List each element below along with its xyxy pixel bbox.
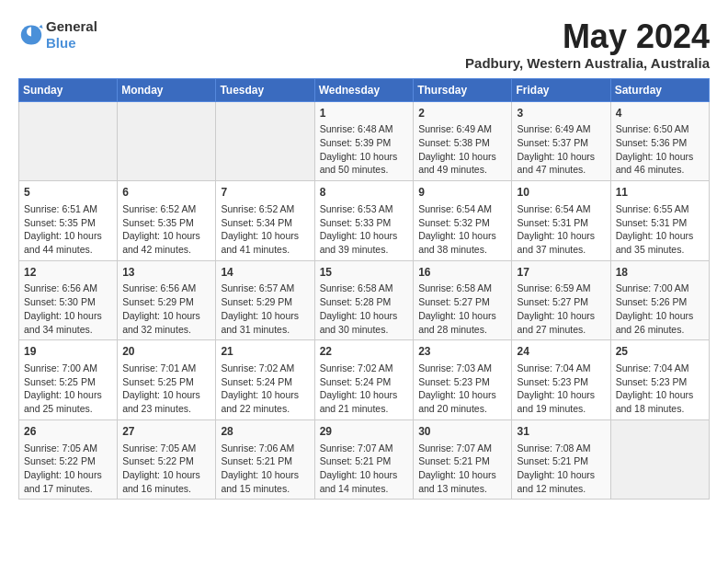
day-number: 31: [517, 424, 605, 440]
logo: General Blue: [18, 18, 97, 52]
calendar-cell: 1Sunrise: 6:48 AM Sunset: 5:39 PM Daylig…: [314, 101, 414, 181]
calendar-cell: 24Sunrise: 7:04 AM Sunset: 5:23 PM Dayli…: [512, 340, 610, 420]
calendar-cell: 23Sunrise: 7:03 AM Sunset: 5:23 PM Dayli…: [414, 340, 512, 420]
day-number: 14: [221, 265, 309, 281]
day-info: Sunrise: 6:58 AM Sunset: 5:28 PM Dayligh…: [320, 282, 409, 336]
day-info: Sunrise: 6:57 AM Sunset: 5:29 PM Dayligh…: [221, 282, 309, 336]
day-info: Sunrise: 6:49 AM Sunset: 5:37 PM Dayligh…: [517, 122, 605, 177]
calendar-cell: [118, 101, 216, 181]
day-info: Sunrise: 6:49 AM Sunset: 5:38 PM Dayligh…: [418, 122, 506, 177]
day-info: Sunrise: 6:48 AM Sunset: 5:39 PM Dayligh…: [320, 122, 409, 177]
location-title: Padbury, Western Australia, Australia: [465, 55, 710, 71]
day-number: 5: [24, 185, 112, 201]
day-info: Sunrise: 6:59 AM Sunset: 5:27 PM Dayligh…: [517, 282, 605, 336]
logo-icon: [18, 22, 44, 48]
day-number: 29: [320, 424, 409, 440]
calendar-table: SundayMondayTuesdayWednesdayThursdayFrid…: [18, 78, 710, 500]
day-number: 4: [616, 106, 704, 121]
calendar-cell: 30Sunrise: 7:07 AM Sunset: 5:21 PM Dayli…: [414, 419, 512, 500]
calendar-week-row: 12Sunrise: 6:56 AM Sunset: 5:30 PM Dayli…: [19, 260, 710, 340]
day-number: 18: [616, 265, 704, 281]
day-info: Sunrise: 7:02 AM Sunset: 5:24 PM Dayligh…: [320, 362, 409, 416]
day-number: 15: [320, 265, 409, 281]
day-number: 2: [418, 106, 506, 121]
day-info: Sunrise: 6:50 AM Sunset: 5:36 PM Dayligh…: [616, 122, 704, 177]
calendar-cell: 18Sunrise: 7:00 AM Sunset: 5:26 PM Dayli…: [610, 260, 709, 340]
calendar-cell: 28Sunrise: 7:06 AM Sunset: 5:21 PM Dayli…: [216, 419, 314, 500]
calendar-header-row: SundayMondayTuesdayWednesdayThursdayFrid…: [19, 78, 710, 101]
calendar-cell: 16Sunrise: 6:58 AM Sunset: 5:27 PM Dayli…: [414, 260, 512, 340]
day-number: 27: [122, 424, 210, 440]
calendar-cell: [216, 101, 314, 181]
month-year-title: May 2024: [465, 18, 710, 55]
column-header-thursday: Thursday: [414, 78, 512, 101]
calendar-cell: 20Sunrise: 7:01 AM Sunset: 5:25 PM Dayli…: [118, 340, 216, 420]
day-number: 25: [616, 344, 704, 360]
calendar-cell: 6Sunrise: 6:52 AM Sunset: 5:35 PM Daylig…: [118, 181, 216, 261]
column-header-monday: Monday: [118, 78, 216, 101]
calendar-cell: 11Sunrise: 6:55 AM Sunset: 5:31 PM Dayli…: [610, 181, 709, 261]
calendar-cell: 12Sunrise: 6:56 AM Sunset: 5:30 PM Dayli…: [19, 260, 118, 340]
day-info: Sunrise: 6:56 AM Sunset: 5:30 PM Dayligh…: [24, 282, 112, 336]
day-info: Sunrise: 7:06 AM Sunset: 5:21 PM Dayligh…: [221, 442, 309, 496]
day-info: Sunrise: 7:05 AM Sunset: 5:22 PM Dayligh…: [122, 442, 210, 496]
day-info: Sunrise: 6:54 AM Sunset: 5:31 PM Dayligh…: [517, 202, 605, 257]
day-number: 10: [517, 185, 605, 201]
day-number: 8: [320, 185, 409, 201]
calendar-cell: 9Sunrise: 6:54 AM Sunset: 5:32 PM Daylig…: [414, 181, 512, 261]
calendar-cell: 10Sunrise: 6:54 AM Sunset: 5:31 PM Dayli…: [512, 181, 610, 261]
day-number: 1: [320, 106, 409, 121]
day-info: Sunrise: 7:03 AM Sunset: 5:23 PM Dayligh…: [418, 362, 506, 416]
day-info: Sunrise: 6:54 AM Sunset: 5:32 PM Dayligh…: [418, 202, 506, 257]
calendar-cell: 21Sunrise: 7:02 AM Sunset: 5:24 PM Dayli…: [216, 340, 314, 420]
column-header-saturday: Saturday: [610, 78, 709, 101]
day-number: 24: [517, 344, 605, 360]
day-number: 30: [418, 424, 506, 440]
day-number: 13: [122, 265, 210, 281]
day-number: 16: [418, 265, 506, 281]
day-info: Sunrise: 6:56 AM Sunset: 5:29 PM Dayligh…: [122, 282, 210, 336]
calendar-week-row: 5Sunrise: 6:51 AM Sunset: 5:35 PM Daylig…: [19, 181, 710, 261]
day-number: 23: [418, 344, 506, 360]
column-header-friday: Friday: [512, 78, 610, 101]
day-info: Sunrise: 7:00 AM Sunset: 5:25 PM Dayligh…: [24, 362, 112, 416]
calendar-cell: 13Sunrise: 6:56 AM Sunset: 5:29 PM Dayli…: [118, 260, 216, 340]
calendar-cell: 14Sunrise: 6:57 AM Sunset: 5:29 PM Dayli…: [216, 260, 314, 340]
day-info: Sunrise: 6:51 AM Sunset: 5:35 PM Dayligh…: [24, 202, 112, 257]
calendar-cell: 2Sunrise: 6:49 AM Sunset: 5:38 PM Daylig…: [414, 101, 512, 181]
day-info: Sunrise: 7:07 AM Sunset: 5:21 PM Dayligh…: [418, 442, 506, 496]
calendar-cell: 3Sunrise: 6:49 AM Sunset: 5:37 PM Daylig…: [512, 101, 610, 181]
calendar-cell: [610, 419, 709, 500]
day-number: 3: [517, 106, 605, 121]
title-block: May 2024 Padbury, Western Australia, Aus…: [465, 18, 710, 71]
day-number: 20: [122, 344, 210, 360]
calendar-cell: 25Sunrise: 7:04 AM Sunset: 5:23 PM Dayli…: [610, 340, 709, 420]
day-info: Sunrise: 7:08 AM Sunset: 5:21 PM Dayligh…: [517, 442, 605, 496]
calendar-cell: 29Sunrise: 7:07 AM Sunset: 5:21 PM Dayli…: [314, 419, 414, 500]
day-number: 11: [616, 185, 704, 201]
day-info: Sunrise: 6:53 AM Sunset: 5:33 PM Dayligh…: [320, 202, 409, 257]
logo-text: General Blue: [46, 18, 97, 52]
day-info: Sunrise: 7:05 AM Sunset: 5:22 PM Dayligh…: [24, 442, 112, 496]
day-info: Sunrise: 7:04 AM Sunset: 5:23 PM Dayligh…: [517, 362, 605, 416]
day-number: 19: [24, 344, 112, 360]
day-info: Sunrise: 6:52 AM Sunset: 5:35 PM Dayligh…: [122, 202, 210, 257]
calendar-week-row: 26Sunrise: 7:05 AM Sunset: 5:22 PM Dayli…: [19, 419, 710, 500]
day-number: 21: [221, 344, 309, 360]
day-number: 7: [221, 185, 309, 201]
calendar-cell: 17Sunrise: 6:59 AM Sunset: 5:27 PM Dayli…: [512, 260, 610, 340]
calendar-cell: 19Sunrise: 7:00 AM Sunset: 5:25 PM Dayli…: [19, 340, 118, 420]
column-header-tuesday: Tuesday: [216, 78, 314, 101]
day-number: 28: [221, 424, 309, 440]
day-info: Sunrise: 7:02 AM Sunset: 5:24 PM Dayligh…: [221, 362, 309, 416]
page-header: General Blue May 2024 Padbury, Western A…: [18, 18, 710, 71]
day-info: Sunrise: 7:01 AM Sunset: 5:25 PM Dayligh…: [122, 362, 210, 416]
day-number: 26: [24, 424, 112, 440]
day-number: 17: [517, 265, 605, 281]
calendar-week-row: 19Sunrise: 7:00 AM Sunset: 5:25 PM Dayli…: [19, 340, 710, 420]
day-number: 22: [320, 344, 409, 360]
calendar-cell: 15Sunrise: 6:58 AM Sunset: 5:28 PM Dayli…: [314, 260, 414, 340]
day-number: 9: [418, 185, 506, 201]
calendar-week-row: 1Sunrise: 6:48 AM Sunset: 5:39 PM Daylig…: [19, 101, 710, 181]
calendar-cell: 22Sunrise: 7:02 AM Sunset: 5:24 PM Dayli…: [314, 340, 414, 420]
